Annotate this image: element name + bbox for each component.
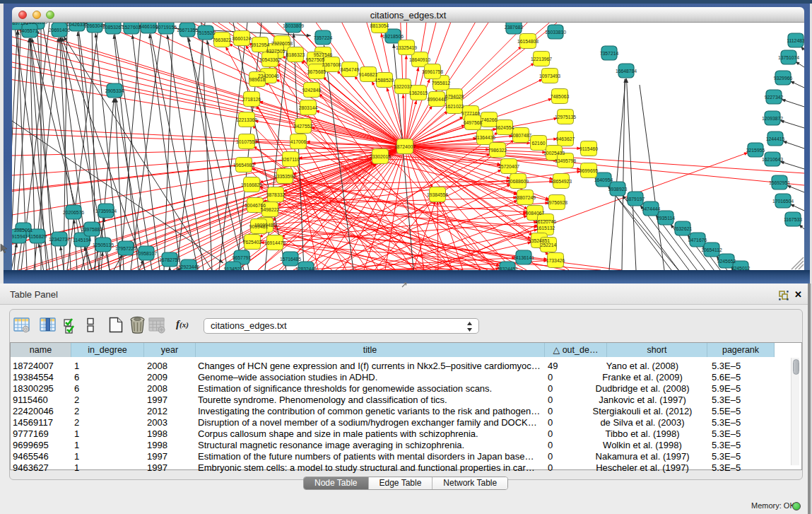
svg-text:13751074: 13751074 bbox=[778, 55, 799, 60]
svg-text:1621022: 1621022 bbox=[445, 104, 464, 109]
svg-text:8427552: 8427552 bbox=[294, 124, 313, 129]
svg-text:18724007: 18724007 bbox=[394, 144, 416, 149]
svg-text:7632621: 7632621 bbox=[673, 226, 693, 231]
svg-text:18324451: 18324451 bbox=[497, 267, 518, 271]
svg-text:2803144: 2803144 bbox=[299, 105, 318, 110]
svg-text:10853267: 10853267 bbox=[102, 25, 124, 30]
svg-text:10025433: 10025433 bbox=[543, 151, 565, 156]
svg-text:9777169: 9777169 bbox=[461, 111, 481, 116]
svg-text:62160: 62160 bbox=[532, 141, 546, 146]
svg-text:18807249: 18807249 bbox=[514, 195, 536, 200]
svg-text:17359924: 17359924 bbox=[95, 209, 117, 214]
svg-text:2905334: 2905334 bbox=[105, 88, 124, 93]
svg-text:1145194: 1145194 bbox=[73, 238, 91, 243]
svg-text:2935114: 2935114 bbox=[657, 216, 675, 221]
svg-text:10654112: 10654112 bbox=[701, 247, 722, 252]
svg-text:3675685: 3675685 bbox=[307, 69, 326, 74]
svg-text:9657791: 9657791 bbox=[233, 255, 252, 260]
svg-text:9527505: 9527505 bbox=[306, 57, 325, 62]
svg-text:7955812: 7955812 bbox=[432, 81, 451, 86]
svg-text:2718126: 2718126 bbox=[242, 97, 261, 102]
svg-text:1588520: 1588520 bbox=[375, 78, 394, 83]
svg-text:3878332: 3878332 bbox=[266, 192, 286, 197]
svg-text:23975887: 23975887 bbox=[81, 227, 102, 232]
svg-text:9463627: 9463627 bbox=[556, 136, 575, 141]
svg-text:12213369: 12213369 bbox=[236, 117, 257, 122]
svg-text:10807487: 10807487 bbox=[510, 133, 531, 138]
svg-text:8660124: 8660124 bbox=[233, 36, 252, 41]
svg-text:16914479: 16914479 bbox=[264, 240, 286, 245]
svg-text:3267110: 3267110 bbox=[281, 157, 300, 162]
svg-text:3215955: 3215955 bbox=[746, 148, 765, 153]
svg-text:15692951: 15692951 bbox=[769, 180, 790, 185]
svg-text:1112483: 1112483 bbox=[787, 38, 804, 43]
svg-text:5498222: 5498222 bbox=[261, 207, 280, 212]
svg-text:16120746: 16120746 bbox=[535, 219, 556, 224]
svg-text:9242848: 9242848 bbox=[302, 88, 322, 93]
svg-text:13325419: 13325419 bbox=[396, 45, 417, 50]
svg-text:12975135: 12975135 bbox=[555, 115, 576, 119]
svg-text:1527602: 1527602 bbox=[122, 25, 141, 30]
svg-text:10543362: 10543362 bbox=[259, 57, 281, 62]
svg-text:3985061: 3985061 bbox=[14, 228, 33, 233]
svg-text:9099481: 9099481 bbox=[249, 224, 269, 229]
svg-text:20691406: 20691406 bbox=[49, 28, 70, 33]
svg-text:746266: 746266 bbox=[481, 117, 498, 122]
svg-text:9699695: 9699695 bbox=[579, 168, 599, 173]
svg-text:7663822: 7663822 bbox=[213, 37, 232, 42]
svg-text:9245652: 9245652 bbox=[717, 259, 736, 264]
svg-text:10688609: 10688609 bbox=[507, 179, 529, 184]
svg-text:12093872: 12093872 bbox=[762, 116, 783, 121]
svg-text:16210643: 16210643 bbox=[762, 157, 783, 162]
svg-text:10973493: 10973493 bbox=[539, 74, 560, 78]
svg-text:9084067: 9084067 bbox=[526, 211, 545, 216]
svg-text:10107553: 10107553 bbox=[236, 139, 257, 144]
svg-text:1156829: 1156829 bbox=[28, 234, 47, 239]
svg-text:8990448: 8990448 bbox=[428, 97, 447, 102]
svg-text:23226058: 23226058 bbox=[271, 41, 293, 46]
svg-text:12213967: 12213967 bbox=[531, 57, 552, 62]
svg-text:1362615: 1362615 bbox=[409, 90, 428, 95]
svg-text:8245012: 8245012 bbox=[731, 266, 751, 271]
svg-text:21581289: 21581289 bbox=[26, 23, 47, 25]
svg-text:7357214: 7357214 bbox=[600, 51, 619, 56]
svg-text:7986322: 7986322 bbox=[488, 148, 507, 153]
svg-text:13495798: 13495798 bbox=[555, 158, 576, 163]
svg-text:16033810: 16033810 bbox=[545, 30, 566, 35]
svg-text:10719155: 10719155 bbox=[155, 25, 177, 30]
svg-text:9329966: 9329966 bbox=[774, 76, 793, 81]
svg-text:19654983: 19654983 bbox=[233, 163, 254, 168]
svg-text:3915941: 3915941 bbox=[12, 234, 28, 239]
svg-text:9227342: 9227342 bbox=[765, 95, 784, 100]
svg-text:16961758: 16961758 bbox=[422, 69, 443, 74]
svg-text:8186323: 8186323 bbox=[286, 52, 305, 57]
svg-text:23302015: 23302015 bbox=[370, 154, 391, 159]
svg-text:252214: 252214 bbox=[541, 243, 557, 247]
svg-text:16782759: 16782759 bbox=[159, 257, 180, 262]
svg-text:1244415: 1244415 bbox=[766, 136, 785, 141]
svg-text:14136141: 14136141 bbox=[513, 255, 534, 260]
svg-text:8471676: 8471676 bbox=[688, 238, 707, 243]
svg-text:2367608: 2367608 bbox=[322, 62, 341, 67]
svg-text:19166825: 19166825 bbox=[241, 182, 262, 187]
svg-text:1733426: 1733426 bbox=[546, 258, 565, 263]
svg-text:16671355: 16671355 bbox=[177, 28, 198, 33]
svg-text:12505135: 12505135 bbox=[93, 243, 114, 247]
svg-text:19218506: 19218506 bbox=[382, 34, 404, 39]
svg-text:12832448: 12832448 bbox=[295, 267, 317, 271]
svg-text:12923446: 12923446 bbox=[178, 264, 199, 269]
svg-text:21364436: 21364436 bbox=[474, 135, 495, 140]
svg-text:8813054: 8813054 bbox=[370, 23, 389, 28]
svg-text:17016504: 17016504 bbox=[772, 199, 794, 204]
svg-text:6794028: 6794028 bbox=[445, 94, 464, 99]
svg-text:18654923: 18654923 bbox=[551, 179, 572, 184]
svg-text:12342737: 12342737 bbox=[49, 237, 70, 242]
svg-text:19756928: 19756928 bbox=[546, 200, 567, 205]
svg-text:9146821: 9146821 bbox=[359, 72, 378, 77]
svg-text:8454749: 8454749 bbox=[341, 67, 360, 72]
svg-text:16033809: 16033809 bbox=[283, 23, 304, 28]
svg-text:7515526: 7515526 bbox=[196, 30, 216, 35]
svg-text:5938923: 5938923 bbox=[608, 187, 628, 192]
svg-text:17957225: 17957225 bbox=[115, 246, 136, 251]
svg-text:7625402: 7625402 bbox=[243, 240, 262, 245]
